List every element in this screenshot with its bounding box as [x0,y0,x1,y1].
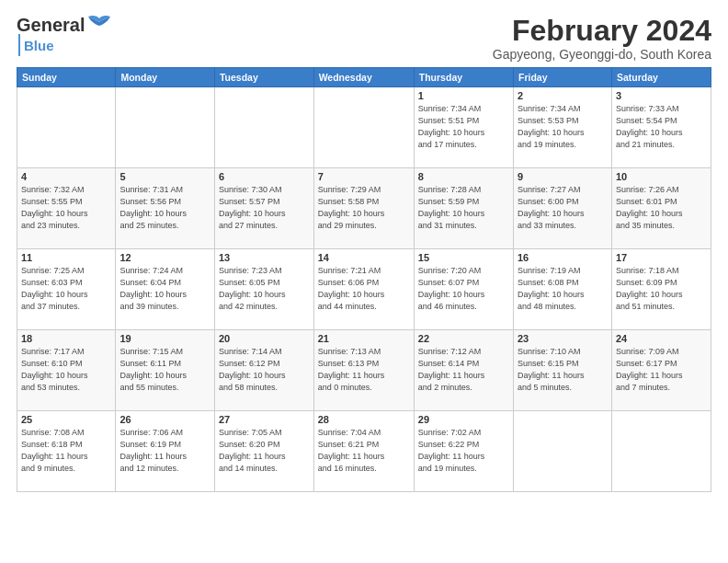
day-number: 19 [119,333,210,344]
day-info: Sunrise: 7:31 AM Sunset: 5:56 PM Dayligh… [119,184,210,232]
calendar-cell: 5Sunrise: 7:31 AM Sunset: 5:56 PM Daylig… [116,168,215,249]
day-info: Sunrise: 7:34 AM Sunset: 5:53 PM Dayligh… [518,103,608,151]
calendar-table: SundayMondayTuesdayWednesdayThursdayFrid… [17,67,711,492]
day-info: Sunrise: 7:20 AM Sunset: 6:07 PM Dayligh… [418,265,509,313]
calendar-week-row: 4Sunrise: 7:32 AM Sunset: 5:55 PM Daylig… [17,168,711,249]
day-number: 23 [518,333,608,344]
day-info: Sunrise: 7:19 AM Sunset: 6:08 PM Dayligh… [518,265,608,313]
day-info: Sunrise: 7:23 AM Sunset: 6:05 PM Dayligh… [219,265,310,313]
day-info: Sunrise: 7:24 AM Sunset: 6:04 PM Dayligh… [119,265,210,313]
header: General Blue February 2024 Gapyeong, Gye… [17,15,711,62]
day-info: Sunrise: 7:21 AM Sunset: 6:06 PM Dayligh… [318,265,410,313]
day-number: 17 [616,252,707,263]
day-info: Sunrise: 7:32 AM Sunset: 5:55 PM Dayligh… [21,184,111,232]
day-info: Sunrise: 7:29 AM Sunset: 5:58 PM Dayligh… [318,184,410,232]
calendar-cell: 8Sunrise: 7:28 AM Sunset: 5:59 PM Daylig… [414,168,513,249]
day-number: 14 [318,252,410,263]
calendar-cell: 24Sunrise: 7:09 AM Sunset: 6:17 PM Dayli… [611,330,711,411]
day-number: 5 [119,171,210,182]
logo: General Blue [17,15,112,56]
calendar-cell: 11Sunrise: 7:25 AM Sunset: 6:03 PM Dayli… [17,249,116,330]
day-of-week-sunday: Sunday [17,68,116,87]
day-number: 29 [418,414,509,425]
day-info: Sunrise: 7:28 AM Sunset: 5:59 PM Dayligh… [418,184,509,232]
day-number: 15 [418,252,509,263]
calendar-cell: 10Sunrise: 7:26 AM Sunset: 6:01 PM Dayli… [611,168,711,249]
day-number: 16 [518,252,608,263]
calendar-week-row: 1Sunrise: 7:34 AM Sunset: 5:51 PM Daylig… [17,87,711,168]
day-info: Sunrise: 7:18 AM Sunset: 6:09 PM Dayligh… [616,265,707,313]
calendar-cell: 2Sunrise: 7:34 AM Sunset: 5:53 PM Daylig… [514,87,612,168]
calendar-cell [214,87,313,168]
calendar-cell [313,87,414,168]
day-of-week-thursday: Thursday [414,68,513,87]
day-number: 20 [219,333,310,344]
calendar-cell [514,411,612,492]
calendar-cell: 15Sunrise: 7:20 AM Sunset: 6:07 PM Dayli… [414,249,513,330]
page: General Blue February 2024 Gapyeong, Gye… [0,0,728,563]
day-of-week-wednesday: Wednesday [313,68,414,87]
day-info: Sunrise: 7:17 AM Sunset: 6:10 PM Dayligh… [21,346,111,394]
day-number: 2 [518,90,608,101]
calendar-cell: 19Sunrise: 7:15 AM Sunset: 6:11 PM Dayli… [116,330,215,411]
calendar-cell: 26Sunrise: 7:06 AM Sunset: 6:19 PM Dayli… [116,411,215,492]
day-info: Sunrise: 7:06 AM Sunset: 6:19 PM Dayligh… [119,427,210,475]
calendar-cell: 29Sunrise: 7:02 AM Sunset: 6:22 PM Dayli… [414,411,513,492]
calendar-cell: 9Sunrise: 7:27 AM Sunset: 6:00 PM Daylig… [514,168,612,249]
calendar-cell: 25Sunrise: 7:08 AM Sunset: 6:18 PM Dayli… [17,411,116,492]
day-info: Sunrise: 7:30 AM Sunset: 5:57 PM Dayligh… [219,184,310,232]
calendar-cell [17,87,116,168]
calendar-cell: 13Sunrise: 7:23 AM Sunset: 6:05 PM Dayli… [214,249,313,330]
day-of-week-tuesday: Tuesday [214,68,313,87]
calendar-cell: 16Sunrise: 7:19 AM Sunset: 6:08 PM Dayli… [514,249,612,330]
calendar-cell: 17Sunrise: 7:18 AM Sunset: 6:09 PM Dayli… [611,249,711,330]
day-number: 8 [418,171,509,182]
day-info: Sunrise: 7:02 AM Sunset: 6:22 PM Dayligh… [418,427,509,475]
calendar-cell: 4Sunrise: 7:32 AM Sunset: 5:55 PM Daylig… [17,168,116,249]
day-of-week-friday: Friday [514,68,612,87]
calendar-week-row: 11Sunrise: 7:25 AM Sunset: 6:03 PM Dayli… [17,249,711,330]
calendar-cell: 7Sunrise: 7:29 AM Sunset: 5:58 PM Daylig… [313,168,414,249]
calendar-week-row: 25Sunrise: 7:08 AM Sunset: 6:18 PM Dayli… [17,411,711,492]
day-number: 28 [318,414,410,425]
day-number: 10 [616,171,707,182]
calendar-cell: 14Sunrise: 7:21 AM Sunset: 6:06 PM Dayli… [313,249,414,330]
day-number: 22 [418,333,509,344]
calendar-cell: 28Sunrise: 7:04 AM Sunset: 6:21 PM Dayli… [313,411,414,492]
calendar-cell: 18Sunrise: 7:17 AM Sunset: 6:10 PM Dayli… [17,330,116,411]
calendar-week-row: 18Sunrise: 7:17 AM Sunset: 6:10 PM Dayli… [17,330,711,411]
day-info: Sunrise: 7:08 AM Sunset: 6:18 PM Dayligh… [21,427,111,475]
day-info: Sunrise: 7:27 AM Sunset: 6:00 PM Dayligh… [518,184,608,232]
day-number: 11 [21,252,111,263]
day-info: Sunrise: 7:14 AM Sunset: 6:12 PM Dayligh… [219,346,310,394]
day-info: Sunrise: 7:15 AM Sunset: 6:11 PM Dayligh… [119,346,210,394]
calendar-header-row: SundayMondayTuesdayWednesdayThursdayFrid… [17,68,711,87]
day-number: 24 [616,333,707,344]
day-info: Sunrise: 7:04 AM Sunset: 6:21 PM Dayligh… [318,427,410,475]
calendar-cell [611,411,711,492]
day-number: 18 [21,333,111,344]
calendar-cell: 3Sunrise: 7:33 AM Sunset: 5:54 PM Daylig… [611,87,711,168]
calendar-cell: 1Sunrise: 7:34 AM Sunset: 5:51 PM Daylig… [414,87,513,168]
calendar-cell: 22Sunrise: 7:12 AM Sunset: 6:14 PM Dayli… [414,330,513,411]
day-number: 25 [21,414,111,425]
logo-bird-icon [86,15,112,35]
day-info: Sunrise: 7:33 AM Sunset: 5:54 PM Dayligh… [616,103,707,151]
calendar-cell: 20Sunrise: 7:14 AM Sunset: 6:12 PM Dayli… [214,330,313,411]
day-number: 12 [119,252,210,263]
day-number: 13 [219,252,310,263]
calendar-cell: 12Sunrise: 7:24 AM Sunset: 6:04 PM Dayli… [116,249,215,330]
calendar-cell: 27Sunrise: 7:05 AM Sunset: 6:20 PM Dayli… [214,411,313,492]
main-title: February 2024 [493,15,711,47]
logo-general: General [17,15,85,36]
day-info: Sunrise: 7:10 AM Sunset: 6:15 PM Dayligh… [518,346,608,394]
day-info: Sunrise: 7:09 AM Sunset: 6:17 PM Dayligh… [616,346,707,394]
day-number: 3 [616,90,707,101]
day-number: 26 [119,414,210,425]
day-info: Sunrise: 7:12 AM Sunset: 6:14 PM Dayligh… [418,346,509,394]
day-number: 7 [318,171,410,182]
day-number: 9 [518,171,608,182]
day-number: 6 [219,171,310,182]
day-number: 1 [418,90,509,101]
day-info: Sunrise: 7:13 AM Sunset: 6:13 PM Dayligh… [318,346,410,394]
